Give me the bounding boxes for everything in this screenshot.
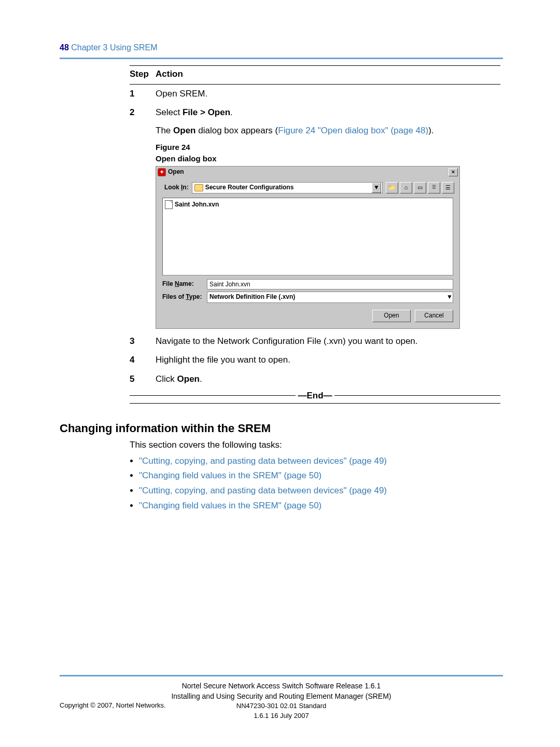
figure-24-link[interactable]: Figure 24 "Open dialog box" (page 48) xyxy=(278,126,428,135)
new-folder-button[interactable]: ▭ xyxy=(414,182,426,193)
dropdown-icon[interactable]: ▼ xyxy=(372,183,381,193)
header-rule xyxy=(60,58,503,59)
col-step: Step xyxy=(130,66,156,84)
task-link[interactable]: "Changing field values in the SREM" (pag… xyxy=(139,471,321,480)
step-5-text: Click Open. xyxy=(156,370,500,389)
page-header: 48 Chapter 3 Using SREM xyxy=(60,42,503,53)
folder-icon xyxy=(194,184,203,191)
close-button[interactable]: × xyxy=(449,168,458,176)
app-logo-icon: ✦ xyxy=(158,168,166,176)
step-3-num: 3 xyxy=(130,332,156,351)
step-4-num: 4 xyxy=(130,351,156,370)
file-name-label: File Name: xyxy=(162,280,204,288)
task-link[interactable]: "Cutting, copying, and pasting data betw… xyxy=(139,456,387,466)
copyright-text: Copyright © 2007, Nortel Networks . xyxy=(60,701,166,711)
step-4-text: Highlight the file you want to open. xyxy=(156,351,500,370)
section-intro: This section covers the following tasks: xyxy=(130,439,500,452)
files-of-type-select[interactable]: Network Definition File (.xvn) ▼ xyxy=(207,292,453,303)
step-action-table: Step Action xyxy=(130,66,500,84)
step-5-num: 5 xyxy=(130,370,156,389)
end-marker: —End— xyxy=(130,395,500,404)
look-in-combo[interactable]: Secure Router Configurations ▼ xyxy=(192,182,383,193)
step-2-num: 2 xyxy=(130,103,156,331)
task-link-list: "Cutting, copying, and pasting data betw… xyxy=(139,455,500,513)
page-number: 48 xyxy=(60,43,69,52)
dialog-titlebar: ✦ Open × xyxy=(156,167,459,177)
details-view-button[interactable]: ☰ xyxy=(442,182,454,193)
chapter-title: Chapter 3 Using SREM xyxy=(71,43,157,52)
step-1-num: 1 xyxy=(130,85,156,104)
task-link[interactable]: "Cutting, copying, and pasting data betw… xyxy=(139,486,387,495)
section-heading: Changing information within the SREM xyxy=(60,420,503,437)
cancel-button[interactable]: Cancel xyxy=(415,310,453,322)
col-action: Action xyxy=(156,66,500,84)
file-list[interactable]: Saint John.xvn xyxy=(162,198,453,275)
step-3-text: Navigate to the Network Configuration Fi… xyxy=(156,332,500,351)
step-1-text: Open SREM. xyxy=(156,85,500,104)
look-in-value: Secure Router Configurations xyxy=(205,183,372,192)
open-button[interactable]: Open xyxy=(372,310,411,322)
open-dialog: ✦ Open × Look In: Secure Router Configur… xyxy=(156,166,460,328)
file-list-item[interactable]: Saint John.xvn xyxy=(165,200,451,209)
step-2-text: Select File > Open. The Open dialog box … xyxy=(156,103,500,331)
file-item-name: Saint John.xvn xyxy=(175,200,219,209)
figure-label: Figure 24 xyxy=(156,142,500,153)
dropdown-icon[interactable]: ▼ xyxy=(446,293,453,301)
figure-caption: Open dialog box xyxy=(156,153,500,164)
task-link[interactable]: "Changing field values in the SREM" (pag… xyxy=(139,501,321,510)
list-view-button[interactable]: ⠿ xyxy=(428,182,440,193)
step-2-desc: The Open dialog box appears (Figure 24 "… xyxy=(156,125,500,137)
footer-rule xyxy=(60,675,503,676)
file-name-input[interactable]: Saint John.xvn xyxy=(207,279,453,289)
dialog-title: Open xyxy=(168,168,449,176)
up-folder-button[interactable]: 📁 xyxy=(386,182,398,193)
file-icon xyxy=(165,200,173,209)
look-in-label: Look In: xyxy=(164,183,189,192)
home-button[interactable]: ⌂ xyxy=(400,182,412,193)
steps-body: 1 Open SREM. 2 Select File > Open. The O… xyxy=(130,85,500,389)
files-of-type-value: Network Definition File (.xvn) xyxy=(207,293,446,301)
files-of-type-label: Files of Type: xyxy=(162,293,204,301)
